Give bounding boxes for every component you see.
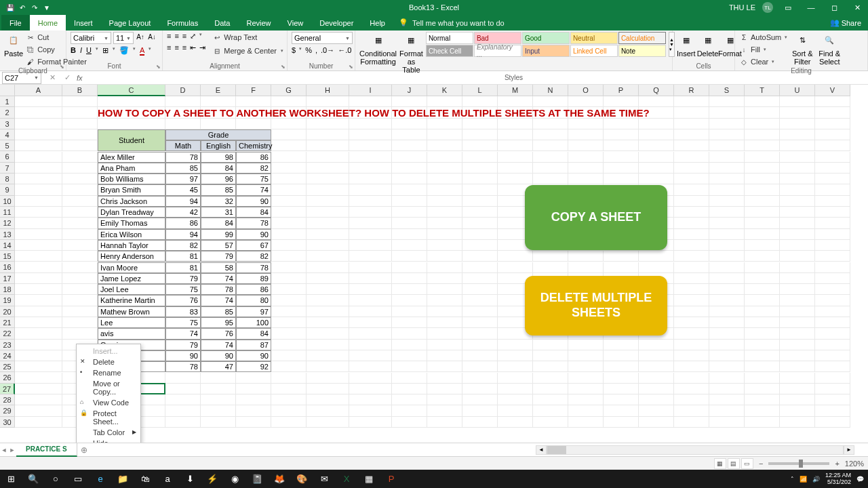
- select-all-corner[interactable]: [0, 85, 15, 96]
- row-header-30[interactable]: 30: [0, 417, 15, 428]
- col-header-U[interactable]: U: [780, 85, 815, 96]
- col-header-M[interactable]: M: [498, 85, 533, 96]
- student-name-cell[interactable]: Alex Miller: [98, 152, 165, 163]
- decrease-font-icon[interactable]: A↓: [147, 32, 157, 41]
- tab-developer[interactable]: Developer: [311, 15, 361, 30]
- increase-font-icon[interactable]: A↑: [136, 32, 145, 41]
- row-header-20[interactable]: 20: [0, 306, 15, 317]
- row-header-9[interactable]: 9: [0, 184, 15, 195]
- align-middle-icon[interactable]: ≡: [174, 32, 178, 41]
- app-icon-1[interactable]: a: [157, 470, 178, 488]
- chemistry-cell[interactable]: 84: [236, 328, 271, 339]
- zoom-out-icon[interactable]: −: [759, 460, 763, 468]
- number-format-dropdown[interactable]: General▼: [292, 32, 353, 44]
- english-cell[interactable]: 57: [201, 240, 236, 251]
- row-header-22[interactable]: 22: [0, 328, 15, 339]
- english-cell[interactable]: 47: [201, 361, 236, 372]
- decrease-decimal-icon[interactable]: ←.0: [338, 46, 351, 54]
- col-header-C[interactable]: C: [98, 85, 165, 96]
- math-cell[interactable]: 83: [165, 306, 201, 317]
- tab-formulas[interactable]: Formulas: [159, 15, 206, 30]
- english-cell[interactable]: 32: [201, 196, 236, 207]
- accounting-format-icon[interactable]: $: [292, 46, 296, 54]
- cortana-icon[interactable]: ○: [45, 470, 66, 488]
- student-name-cell[interactable]: Katherine Martin: [98, 295, 165, 306]
- col-header-D[interactable]: D: [165, 85, 201, 96]
- col-header-K[interactable]: K: [427, 85, 462, 96]
- chemistry-cell[interactable]: 92: [236, 361, 271, 372]
- english-header[interactable]: English: [201, 140, 236, 151]
- qat-dropdown-icon[interactable]: ▼: [42, 3, 52, 12]
- scroll-right-icon[interactable]: ►: [844, 445, 854, 455]
- student-name-cell[interactable]: Chris Jackson: [98, 196, 165, 207]
- scroll-left-icon[interactable]: ◄: [536, 445, 547, 455]
- italic-button[interactable]: I: [80, 46, 82, 56]
- row-header-28[interactable]: 28: [0, 394, 15, 405]
- math-cell[interactable]: 94: [165, 229, 201, 240]
- student-name-cell[interactable]: Lee: [98, 317, 165, 328]
- fill-color-button[interactable]: 🪣: [119, 46, 129, 56]
- conditional-formatting-button[interactable]: ▦Conditional Formatting: [359, 32, 397, 66]
- align-left-icon[interactable]: ≡: [167, 43, 171, 52]
- english-cell[interactable]: 84: [201, 163, 236, 174]
- merge-center-button[interactable]: ⊟Merge & Center▾: [212, 45, 283, 56]
- percent-format-icon[interactable]: %: [305, 46, 312, 54]
- col-header-A[interactable]: A: [15, 85, 62, 96]
- col-header-N[interactable]: N: [533, 85, 568, 96]
- col-header-E[interactable]: E: [201, 85, 236, 96]
- row-headers[interactable]: 1234567891011121314151617181920212223242…: [0, 96, 15, 428]
- search-icon[interactable]: 🔍: [22, 470, 44, 488]
- app-icon-5[interactable]: ▦: [358, 470, 380, 488]
- find-select-button[interactable]: 🔍Find & Select: [817, 32, 842, 66]
- row-header-19[interactable]: 19: [0, 295, 15, 306]
- english-cell[interactable]: 85: [201, 184, 236, 195]
- student-name-cell[interactable]: avis: [98, 328, 165, 339]
- save-icon[interactable]: 💾: [5, 3, 15, 12]
- ctx-move-or-copy-[interactable]: Move or Copy...: [78, 378, 139, 397]
- format-as-table-button[interactable]: ▦Format as Table: [399, 32, 423, 74]
- row-header-10[interactable]: 10: [0, 196, 15, 207]
- row-header-27[interactable]: 27: [0, 384, 15, 394]
- col-header-G[interactable]: G: [271, 85, 307, 96]
- col-header-S[interactable]: S: [709, 85, 745, 96]
- row-header-24[interactable]: 24: [0, 350, 15, 361]
- minimize-button[interactable]: —: [803, 3, 819, 12]
- student-name-cell[interactable]: Ivan Moore: [98, 262, 165, 273]
- font-name-dropdown[interactable]: Calibri▼: [71, 32, 111, 44]
- tab-review[interactable]: Review: [238, 15, 279, 30]
- fx-label[interactable]: fx: [77, 74, 83, 82]
- student-name-cell[interactable]: Mathew Brown: [98, 306, 165, 317]
- chemistry-cell[interactable]: 90: [236, 229, 271, 240]
- math-cell[interactable]: 75: [165, 284, 201, 295]
- col-header-I[interactable]: I: [349, 85, 392, 96]
- english-cell[interactable]: 95: [201, 317, 236, 328]
- style-linked-cell[interactable]: Linked Cell: [570, 45, 618, 57]
- align-top-icon[interactable]: ≡: [167, 32, 171, 41]
- student-name-cell[interactable]: Hannah Taylor: [98, 240, 165, 251]
- new-sheet-button[interactable]: ⊕: [77, 445, 91, 455]
- font-color-button[interactable]: A: [140, 46, 144, 56]
- chemistry-cell[interactable]: 90: [236, 196, 271, 207]
- col-header-V[interactable]: V: [815, 85, 850, 96]
- chemistry-cell[interactable]: 82: [236, 163, 271, 174]
- horizontal-scrollbar[interactable]: ◄ ►: [536, 445, 854, 455]
- chemistry-cell[interactable]: 78: [236, 218, 271, 228]
- underline-button[interactable]: U: [86, 46, 92, 56]
- ctx-tab-color[interactable]: Tab Color▶: [78, 427, 139, 438]
- row-header-12[interactable]: 12: [0, 218, 15, 228]
- col-header-F[interactable]: F: [236, 85, 271, 96]
- style-bad[interactable]: Bad: [474, 32, 521, 44]
- math-cell[interactable]: 85: [165, 163, 201, 174]
- col-header-B[interactable]: B: [62, 85, 98, 96]
- row-header-2[interactable]: 2: [0, 107, 15, 118]
- math-cell[interactable]: 82: [165, 240, 201, 251]
- english-cell[interactable]: 78: [201, 284, 236, 295]
- sort-filter-button[interactable]: ⇅Sort & Filter: [790, 32, 814, 66]
- align-bottom-icon[interactable]: ≡: [182, 32, 186, 41]
- math-cell[interactable]: 94: [165, 196, 201, 207]
- student-name-cell[interactable]: Bob Williams: [98, 174, 165, 184]
- delete-sheets-shape[interactable]: DELETE MULTIPLE SHEETS: [525, 276, 667, 336]
- col-header-H[interactable]: H: [307, 85, 349, 96]
- edge-icon[interactable]: e: [90, 470, 111, 488]
- tab-data[interactable]: Data: [206, 15, 238, 30]
